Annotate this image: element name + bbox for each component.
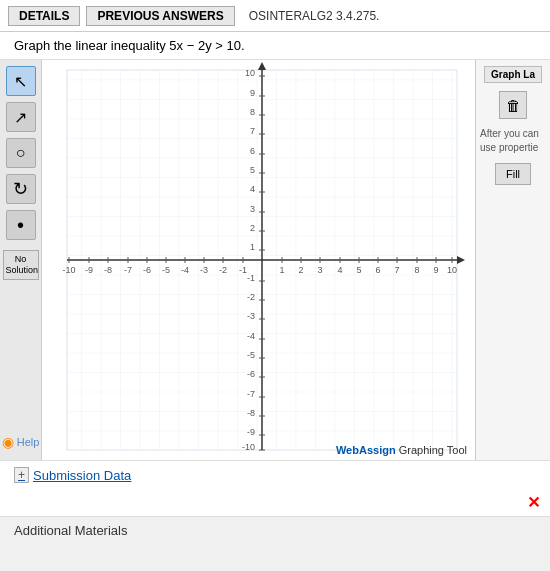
svg-text:3: 3	[317, 265, 322, 275]
right-panel-description: After you can use propertie	[480, 127, 546, 155]
webassign-brand: WebAssign	[336, 444, 396, 456]
svg-text:5: 5	[250, 165, 255, 175]
svg-text:-3: -3	[247, 311, 255, 321]
main-content: ↖ ↗ ○ ↻ • NoSolution ◉ Help	[0, 60, 550, 460]
submission-data-link[interactable]: + Submission Data	[14, 467, 536, 483]
svg-text:9: 9	[250, 88, 255, 98]
svg-text:7: 7	[394, 265, 399, 275]
graph-area[interactable]: -10 -9 -8 -7 -6 -5 -4 -3 -2 -1 1 2 3 4 5…	[42, 60, 475, 460]
svg-text:-10: -10	[242, 442, 255, 452]
additional-materials-label: Additional Materials	[14, 523, 127, 538]
svg-text:5: 5	[356, 265, 361, 275]
svg-text:3: 3	[250, 204, 255, 214]
close-button[interactable]: ✕	[527, 493, 540, 512]
svg-text:-2: -2	[247, 292, 255, 302]
svg-text:-9: -9	[85, 265, 93, 275]
problem-statement: Graph the linear inequality 5x − 2y > 10…	[0, 32, 550, 60]
right-panel: Graph La 🗑 After you can use propertie F…	[475, 60, 550, 460]
graph-footer: WebAssign Graphing Tool	[336, 444, 467, 456]
svg-text:10: 10	[447, 265, 457, 275]
pointer-tool[interactable]: ↖	[6, 66, 36, 96]
circle-tool[interactable]: ○	[6, 138, 36, 168]
svg-text:-9: -9	[247, 427, 255, 437]
svg-text:1: 1	[250, 242, 255, 252]
help-label: Help	[17, 436, 40, 448]
svg-text:4: 4	[250, 184, 255, 194]
svg-text:-6: -6	[247, 369, 255, 379]
submission-data-label: Submission Data	[33, 468, 131, 483]
svg-text:-6: -6	[143, 265, 151, 275]
svg-text:2: 2	[298, 265, 303, 275]
graph-label-badge: Graph La	[484, 66, 542, 83]
bottom-area: + Submission Data	[0, 460, 550, 489]
svg-text:-1: -1	[239, 265, 247, 275]
svg-text:8: 8	[250, 107, 255, 117]
svg-text:6: 6	[250, 146, 255, 156]
additional-materials-area: Additional Materials	[0, 516, 550, 544]
graphing-tool-label: Graphing Tool	[399, 444, 467, 456]
svg-text:6: 6	[375, 265, 380, 275]
graph-svg[interactable]: -10 -9 -8 -7 -6 -5 -4 -3 -2 -1 1 2 3 4 5…	[42, 60, 472, 460]
svg-text:-2: -2	[219, 265, 227, 275]
svg-text:-8: -8	[104, 265, 112, 275]
svg-text:7: 7	[250, 126, 255, 136]
svg-text:4: 4	[337, 265, 342, 275]
svg-text:9: 9	[433, 265, 438, 275]
svg-text:-8: -8	[247, 408, 255, 418]
fill-button[interactable]: Fill	[495, 163, 531, 185]
top-bar: DETAILS PREVIOUS ANSWERS OSINTERALG2 3.4…	[0, 0, 550, 32]
svg-text:-10: -10	[62, 265, 75, 275]
svg-text:-1: -1	[247, 273, 255, 283]
svg-text:-3: -3	[200, 265, 208, 275]
trash-button[interactable]: 🗑	[499, 91, 527, 119]
prev-answers-button[interactable]: PREVIOUS ANSWERS	[86, 6, 234, 26]
svg-text:-7: -7	[247, 389, 255, 399]
svg-text:-7: -7	[124, 265, 132, 275]
svg-text:-4: -4	[181, 265, 189, 275]
svg-text:-4: -4	[247, 331, 255, 341]
curve-tool[interactable]: ↻	[6, 174, 36, 204]
left-toolbar: ↖ ↗ ○ ↻ • NoSolution ◉ Help	[0, 60, 42, 460]
assignment-title: OSINTERALG2 3.4.275.	[249, 9, 380, 23]
dot-tool[interactable]: •	[6, 210, 36, 240]
close-x-area: ✕	[0, 489, 550, 516]
no-solution-button[interactable]: NoSolution	[3, 250, 39, 280]
svg-text:10: 10	[245, 68, 255, 78]
svg-text:8: 8	[414, 265, 419, 275]
expand-icon: +	[14, 467, 29, 483]
svg-text:1: 1	[279, 265, 284, 275]
svg-text:2: 2	[250, 223, 255, 233]
line-tool[interactable]: ↗	[6, 102, 36, 132]
help-icon: ◉	[2, 434, 14, 450]
svg-text:-5: -5	[247, 350, 255, 360]
details-button[interactable]: DETAILS	[8, 6, 80, 26]
svg-text:-5: -5	[162, 265, 170, 275]
help-button[interactable]: ◉ Help	[2, 434, 40, 454]
